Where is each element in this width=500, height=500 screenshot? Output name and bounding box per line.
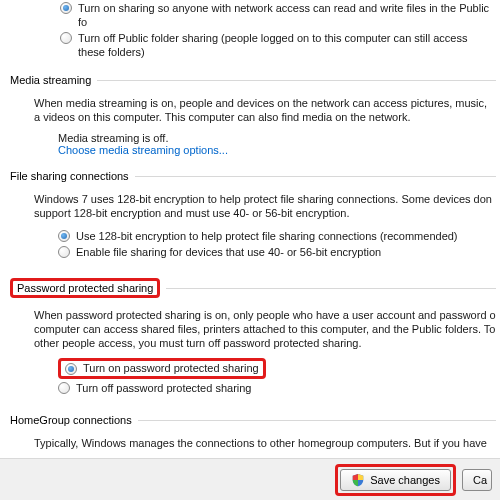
divider — [135, 176, 496, 177]
password-desc: When password protected sharing is on, o… — [10, 308, 496, 350]
cancel-label: Ca — [473, 474, 487, 486]
public-folder-on-label: Turn on sharing so anyone with network a… — [78, 1, 496, 29]
uac-shield-icon — [351, 473, 365, 487]
public-folder-off-label: Turn off Public folder sharing (people l… — [78, 31, 496, 59]
encryption-128-label: Use 128-bit encryption to help protect f… — [76, 229, 458, 243]
radio-128bit[interactable] — [58, 230, 70, 242]
media-streaming-title: Media streaming — [10, 74, 91, 86]
password-on-label: Turn on password protected sharing — [83, 361, 259, 375]
password-off-label: Turn off password protected sharing — [76, 381, 251, 395]
save-changes-label: Save changes — [370, 474, 440, 486]
section-homegroup: HomeGroup connections — [10, 414, 496, 426]
radio-public-folder-on[interactable] — [60, 2, 72, 14]
media-options-link[interactable]: Choose media streaming options... — [58, 144, 496, 156]
radio-password-off[interactable] — [58, 382, 70, 394]
radio-public-folder-off[interactable] — [60, 32, 72, 44]
section-password-sharing: Password protected sharing — [10, 278, 496, 298]
radio-password-on[interactable] — [65, 363, 77, 375]
highlight-box: Password protected sharing — [10, 278, 160, 298]
password-sharing-title: Password protected sharing — [17, 282, 153, 294]
media-desc: When media streaming is on, people and d… — [10, 96, 496, 124]
sharing-settings-scroll: Turn on sharing so anyone with network a… — [0, 0, 500, 458]
dialog-footer: Save changes Ca — [0, 458, 500, 500]
homegroup-desc: Typically, Windows manages the connectio… — [10, 436, 496, 450]
radio-40-56bit[interactable] — [58, 246, 70, 258]
section-file-sharing: File sharing connections — [10, 170, 496, 182]
file-sharing-desc: Windows 7 uses 128-bit encryption to hel… — [10, 192, 496, 220]
highlight-box: Turn on password protected sharing — [58, 358, 266, 379]
divider — [138, 420, 496, 421]
divider — [97, 80, 496, 81]
save-changes-button[interactable]: Save changes — [340, 469, 451, 491]
divider — [166, 288, 496, 289]
section-media-streaming: Media streaming — [10, 74, 496, 86]
cancel-button[interactable]: Ca — [462, 469, 492, 491]
media-status: Media streaming is off. — [58, 132, 496, 144]
encryption-40-56-label: Enable file sharing for devices that use… — [76, 245, 381, 259]
highlight-box: Save changes — [335, 464, 456, 496]
homegroup-title: HomeGroup connections — [10, 414, 132, 426]
file-sharing-title: File sharing connections — [10, 170, 129, 182]
